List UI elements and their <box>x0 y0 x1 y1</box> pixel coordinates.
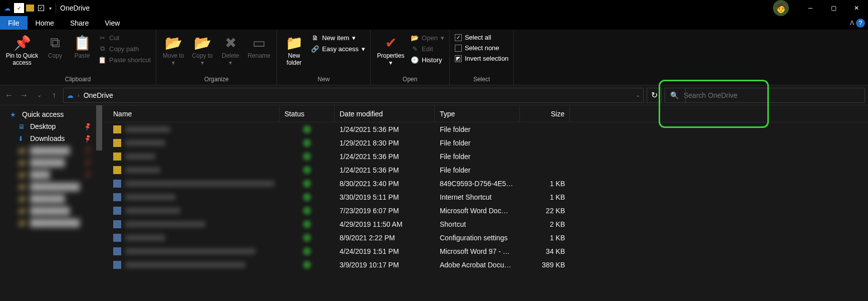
move-to-label: Move to <box>163 52 184 59</box>
column-size[interactable]: Size <box>520 105 570 122</box>
easy-access-label: Easy access <box>322 45 359 53</box>
back-button[interactable]: ← <box>3 89 15 101</box>
delete-icon: ✖ <box>222 34 239 51</box>
status-icon <box>303 207 311 215</box>
table-row[interactable]: 4/24/2019 1:51 PMMicrosoft Word 97 - …34… <box>103 244 868 258</box>
status-icon <box>303 153 311 161</box>
table-row[interactable]: 3/9/2019 10:17 PMAdobe Acrobat Docu…389 … <box>103 258 868 271</box>
history-icon: 🕘 <box>411 56 419 64</box>
invert-selection-button[interactable]: ◩Invert selection <box>454 54 509 63</box>
recent-dropdown[interactable]: ⌄ <box>33 89 45 101</box>
new-item-button[interactable]: 🗎New item ▾ <box>310 33 366 42</box>
edit-label: Edit <box>422 45 433 53</box>
open-button[interactable]: 📂Open ▾ <box>410 33 445 42</box>
new-folder-button[interactable]: 📁 New folder <box>281 33 307 68</box>
copy-to-button[interactable]: 📂 Copy to ▾ <box>189 33 215 68</box>
folder-icon[interactable] <box>26 5 34 12</box>
table-row[interactable]: 1/24/2021 5:36 PMFile folder <box>103 122 868 136</box>
move-to-button[interactable]: 📂 Move to ▾ <box>160 33 186 68</box>
table-row[interactable]: 1/24/2021 5:36 PMFile folder <box>103 163 868 177</box>
file-icon <box>113 193 121 201</box>
file-icon <box>113 247 121 255</box>
address-dropdown-icon[interactable]: ⌄ <box>636 92 640 98</box>
paste-label: Paste <box>75 52 90 59</box>
group-clipboard-label: Clipboard <box>4 75 152 85</box>
file-size: 1 KB <box>520 193 570 201</box>
history-button[interactable]: 🕘History <box>410 55 445 64</box>
cut-button[interactable]: ✂Cut <box>97 33 152 42</box>
paste-button[interactable]: 📋 Paste <box>70 33 94 60</box>
edit-button[interactable]: ✎Edit <box>410 44 445 53</box>
column-name[interactable]: Name <box>103 105 279 122</box>
downloads-label: Downloads <box>30 134 65 142</box>
scrollbar-thumb[interactable] <box>96 105 102 150</box>
file-date: 3/30/2019 5:11 PM <box>335 193 435 201</box>
table-row[interactable]: 4/29/2019 11:50 AMShortcut2 KB <box>103 217 868 231</box>
sidebar-scrollbar[interactable] <box>95 105 103 301</box>
select-all-icon: ✓ <box>455 34 462 41</box>
copy-path-label: Copy path <box>109 45 139 53</box>
file-size: 1 KB <box>520 180 570 188</box>
qat-dropdown-icon[interactable]: ▾ <box>49 6 52 11</box>
delete-button[interactable]: ✖ Delete▾ <box>218 33 242 68</box>
user-avatar[interactable]: 🧑 <box>773 0 789 16</box>
table-row[interactable]: 1/24/2021 5:36 PMFile folder <box>103 149 868 163</box>
breadcrumb-location[interactable]: OneDrive <box>84 91 113 99</box>
close-button[interactable]: ✕ <box>845 0 868 16</box>
select-none-label: Select none <box>465 44 499 52</box>
up-button[interactable]: ↑ <box>48 89 60 101</box>
maximize-button[interactable]: ▢ <box>822 0 845 16</box>
rename-button[interactable]: ▭ Rename <box>245 33 272 60</box>
column-date[interactable]: Date modified <box>335 105 435 122</box>
properties-button[interactable]: ✔ Properties▾ <box>375 33 407 68</box>
select-none-button[interactable]: Select none <box>454 44 509 52</box>
file-name-blurred <box>125 154 155 160</box>
group-open: ✔ Properties▾ 📂Open ▾ ✎Edit 🕘History Ope… <box>371 30 450 85</box>
tab-view[interactable]: View <box>97 16 128 30</box>
pin-quick-access-button[interactable]: 📌 Pin to Quick access <box>4 33 40 68</box>
table-row[interactable]: 8/9/2021 2:22 PMConfiguration settings1 … <box>103 231 868 244</box>
file-type: Internet Shortcut <box>435 193 520 201</box>
column-type[interactable]: Type <box>435 105 520 122</box>
search-box[interactable]: 🔍 <box>665 88 865 103</box>
new-item-label: New item <box>322 34 349 42</box>
file-type: Microsoft Word Doc… <box>435 207 520 215</box>
table-row[interactable]: 7/23/2019 6:07 PMMicrosoft Word Doc…22 K… <box>103 204 868 217</box>
file-icon <box>113 234 121 242</box>
minimize-button[interactable]: ─ <box>799 0 822 16</box>
task-icon[interactable]: ✔ <box>14 3 24 13</box>
copy-button[interactable]: ⧉ Copy <box>43 33 67 60</box>
file-date: 1/24/2021 5:36 PM <box>335 166 435 174</box>
sidebar-downloads[interactable]: ⬇ Downloads 📌 <box>0 132 95 144</box>
delete-label: Delete <box>222 52 239 59</box>
file-icon <box>113 180 121 188</box>
tab-share[interactable]: Share <box>62 16 97 30</box>
collapse-ribbon-icon[interactable]: ᐱ <box>850 20 854 27</box>
tab-home[interactable]: Home <box>28 16 62 30</box>
sidebar-quick-access[interactable]: ★ Quick access <box>0 108 95 120</box>
help-icon[interactable]: ? <box>856 19 865 28</box>
table-row[interactable]: 8/30/2021 3:40 PM849C9593-D756-4E5…1 KB <box>103 177 868 190</box>
address-bar[interactable]: ☁ › OneDrive ⌄ <box>63 88 644 103</box>
refresh-button[interactable]: ↻ <box>647 88 662 103</box>
checkbox-icon[interactable]: ✓ <box>36 3 46 13</box>
file-rows: 1/24/2021 5:36 PMFile folder1/29/2021 8:… <box>103 122 868 301</box>
paste-shortcut-button[interactable]: 📋Paste shortcut <box>97 55 152 64</box>
tab-file[interactable]: File <box>0 16 28 30</box>
navigation-pane[interactable]: ★ Quick access 🖥 Desktop 📌 ⬇ Downloads 📌… <box>0 105 95 301</box>
select-all-button[interactable]: ✓Select all <box>454 33 509 42</box>
table-row[interactable]: 1/29/2021 8:30 PMFile folder <box>103 136 868 149</box>
chevron-down-icon: ▾ <box>352 34 356 42</box>
column-status[interactable]: Status <box>279 105 335 122</box>
table-row[interactable]: 3/30/2019 5:11 PMInternet Shortcut1 KB <box>103 190 868 204</box>
easy-access-button[interactable]: 🔗Easy access ▾ <box>310 44 366 53</box>
forward-button[interactable]: → <box>18 89 30 101</box>
search-input[interactable] <box>684 91 859 99</box>
pin-icon: 📌 <box>83 122 93 131</box>
status-icon <box>303 125 311 133</box>
sidebar-desktop[interactable]: 🖥 Desktop 📌 <box>0 120 95 132</box>
properties-icon: ✔ <box>382 34 399 51</box>
sidebar-blurred-items: 📁████████📌 📁███████📌 📁████📌 📁██████████ … <box>0 144 95 229</box>
status-icon <box>303 247 311 255</box>
copy-path-button[interactable]: ⧉Copy path <box>97 44 152 53</box>
